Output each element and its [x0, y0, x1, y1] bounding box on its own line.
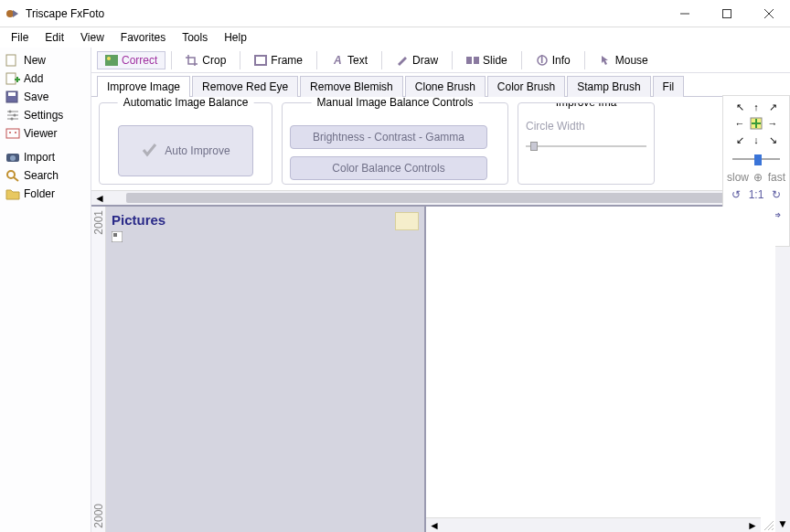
subtool-tabs: Improve Image Remove Red Eye Remove Blem…	[91, 73, 790, 97]
close-button[interactable]	[748, 0, 790, 27]
menu-view[interactable]: View	[73, 29, 112, 46]
sidebar-save[interactable]: Save	[2, 88, 89, 106]
pan-nw-icon[interactable]: ↖	[732, 100, 747, 114]
tool-frame[interactable]: Frame	[246, 51, 311, 69]
slide-icon	[466, 55, 479, 66]
canvas-vscrollbar[interactable]: ▲ ▼	[775, 207, 790, 532]
tool-text[interactable]: AText	[323, 51, 376, 69]
sidebar-item-label: Import	[24, 151, 55, 164]
tab-remove-red-eye[interactable]: Remove Red Eye	[192, 76, 298, 97]
svg-rect-34	[755, 119, 757, 128]
actual-size-icon[interactable]: 1:1	[749, 187, 763, 202]
zoom-slider[interactable]	[727, 154, 785, 164]
menu-tools[interactable]: Tools	[175, 29, 215, 46]
timeline-strip[interactable]: 2001 2000	[91, 207, 106, 532]
rotate-cw-icon[interactable]: ↻	[769, 187, 784, 202]
tab-color-brush[interactable]: Color Brush	[487, 76, 565, 97]
picture-item-placeholder[interactable]	[112, 231, 419, 245]
tool-slide[interactable]: Slide	[458, 51, 516, 69]
auto-improve-button[interactable]: Auto Improve	[118, 125, 253, 176]
svg-rect-22	[105, 55, 118, 66]
sidebar-item-label: Search	[24, 169, 59, 182]
sidebar-item-label: Viewer	[24, 127, 57, 140]
tool-label: Text	[347, 54, 368, 67]
pan-s-icon[interactable]: ↓	[749, 133, 763, 147]
scroll-down-icon[interactable]: ▼	[775, 516, 790, 532]
menu-favorites[interactable]: Favorites	[113, 29, 173, 46]
svg-rect-8	[8, 92, 16, 96]
tool-label: Crop	[202, 54, 226, 67]
pan-center-icon[interactable]	[749, 116, 763, 131]
tab-stamp-brush[interactable]: Stamp Brush	[567, 76, 650, 97]
maximize-button[interactable]	[706, 0, 748, 27]
tool-mouse[interactable]: Mouse	[591, 51, 657, 69]
svg-rect-6	[6, 73, 16, 84]
svg-rect-24	[255, 56, 266, 65]
sidebar-new[interactable]: New	[2, 51, 89, 69]
sidebar-item-label: Add	[24, 72, 43, 85]
sidebar-search[interactable]: Search	[2, 166, 89, 185]
rotate-ccw-icon[interactable]: ↺	[729, 187, 743, 202]
pan-sw-icon[interactable]: ↙	[732, 133, 747, 147]
svg-rect-40	[113, 233, 117, 237]
menu-edit[interactable]: Edit	[37, 29, 71, 46]
circle-width-slider[interactable]	[526, 140, 646, 153]
pan-ne-icon[interactable]: ↗	[765, 100, 780, 114]
sidebar-item-label: Folder	[24, 187, 55, 200]
tool-crop[interactable]: Crop	[177, 51, 234, 69]
svg-point-13	[14, 114, 16, 117]
ribbon-hscrollbar[interactable]: ◄ ►	[91, 190, 790, 205]
tab-filters[interactable]: Fil	[653, 76, 685, 97]
svg-text:A: A	[333, 55, 342, 66]
sidebar-settings[interactable]: Settings	[2, 106, 89, 124]
tab-improve-image[interactable]: Improve Image	[97, 76, 190, 97]
tab-remove-blemish[interactable]: Remove Blemish	[300, 76, 403, 97]
sidebar-folder[interactable]: Folder	[2, 185, 89, 203]
tool-label: Frame	[271, 54, 303, 67]
tool-correct[interactable]: Correct	[97, 51, 165, 69]
minimize-button[interactable]	[664, 0, 706, 27]
canvas-hscrollbar[interactable]: ◄ ►	[426, 517, 761, 532]
resize-grip-icon[interactable]	[763, 519, 774, 530]
svg-rect-27	[474, 57, 479, 64]
scroll-left-icon[interactable]: ◄	[91, 191, 108, 205]
tool-info[interactable]: iInfo	[528, 51, 579, 69]
svg-point-19	[10, 155, 16, 161]
color-balance-controls-button[interactable]: Color Balance Controls	[290, 156, 487, 180]
menu-help[interactable]: Help	[217, 29, 254, 46]
mouse-icon	[599, 55, 612, 66]
year-label: 2000	[92, 504, 105, 528]
svg-rect-5	[6, 55, 16, 66]
tab-clone-brush[interactable]: Clone Brush	[405, 76, 486, 97]
svg-point-16	[9, 132, 11, 133]
svg-line-43	[772, 528, 774, 530]
viewer-icon	[5, 127, 20, 140]
pan-se-icon[interactable]: ↘	[765, 133, 780, 147]
check-icon	[141, 142, 157, 161]
pan-w-icon[interactable]: ←	[732, 116, 747, 131]
svg-point-23	[107, 57, 111, 60]
brightness-contrast-gamma-button[interactable]: Brightness - Contrast - Gamma	[290, 125, 487, 149]
svg-point-0	[6, 10, 14, 17]
menu-bar: File Edit View Favorites Tools Help	[0, 27, 790, 48]
zoom-target-icon[interactable]: ⊕	[753, 171, 763, 184]
folder-icon	[5, 187, 20, 200]
svg-point-12	[9, 111, 12, 113]
sticky-note-icon[interactable]	[395, 212, 419, 230]
ribbon-area: Automatic Image Balance Auto Improve Man…	[91, 97, 790, 190]
canvas-area[interactable]: ◄ ►	[426, 207, 775, 532]
scroll-thumb[interactable]	[126, 193, 755, 203]
scroll-right-icon[interactable]: ►	[744, 518, 761, 532]
sidebar-add[interactable]: Add	[2, 69, 89, 88]
tool-draw[interactable]: Draw	[388, 51, 446, 69]
pan-e-icon[interactable]: →	[765, 116, 780, 131]
sidebar-viewer[interactable]: Viewer	[2, 124, 89, 143]
pan-n-icon[interactable]: ↑	[749, 100, 763, 114]
scroll-left-icon[interactable]: ◄	[426, 518, 443, 532]
info-icon: i	[536, 55, 549, 66]
sidebar-import[interactable]: Import	[2, 148, 89, 166]
pictures-panel: Pictures	[106, 207, 426, 532]
draw-icon	[396, 55, 409, 66]
sidebar-item-label: Save	[24, 90, 48, 103]
menu-file[interactable]: File	[4, 29, 36, 46]
